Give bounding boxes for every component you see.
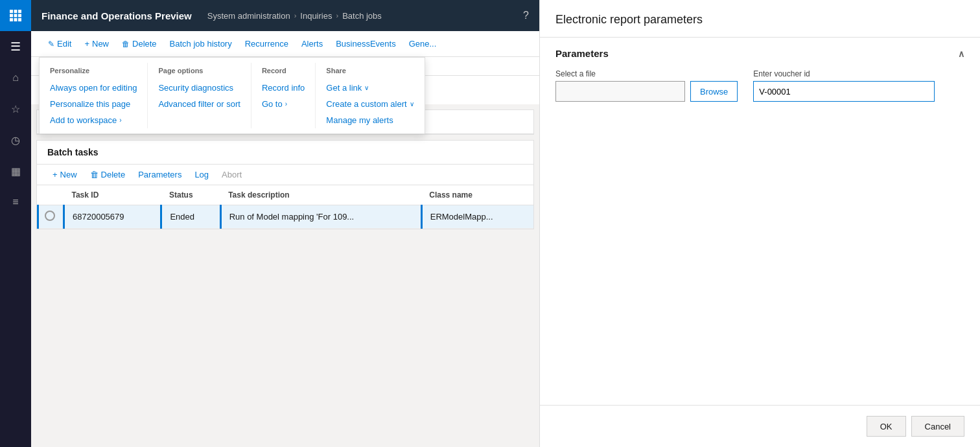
share-title: Share: [326, 63, 414, 80]
manage-my-alerts[interactable]: Manage my alerts: [326, 112, 414, 128]
personalize-page[interactable]: Personalize this page: [50, 96, 137, 112]
tasks-abort-button[interactable]: Abort: [216, 167, 247, 182]
recent-icon[interactable]: ◷: [0, 124, 31, 155]
tasks-table: Task ID Status Task description Class na…: [37, 185, 533, 229]
advanced-filter-sort[interactable]: Advanced filter or sort: [158, 96, 240, 112]
new-button[interactable]: + New: [78, 31, 115, 57]
svg-rect-3: [10, 14, 13, 17]
col-status: Status: [161, 185, 220, 205]
toolbar: ✎ Edit + New 🗑 Delete Batch job history …: [31, 31, 539, 57]
file-input-row: Browse: [555, 81, 738, 102]
tasks-plus-icon: +: [52, 170, 58, 179]
parameters-section: Parameters ∧ Select a file Browse Enter …: [540, 38, 980, 112]
table-row[interactable]: 68720005679 Ended Run of Model mapping '…: [38, 205, 534, 229]
select-file-field: Select a file Browse: [555, 69, 738, 102]
dropdown-menu: Personalize Always open for editing Pers…: [39, 57, 425, 134]
page-options-title: Page options: [158, 63, 240, 80]
add-workspace-chevron: ›: [119, 117, 121, 124]
always-open-editing[interactable]: Always open for editing: [50, 80, 137, 96]
record-column: Record Record info Go to ›: [251, 63, 316, 128]
alerts-button[interactable]: Alerts: [295, 31, 329, 57]
app-title: Finance and Operations Preview: [41, 10, 192, 21]
col-select: [38, 185, 64, 205]
col-description: Task description: [220, 185, 421, 205]
delete-button[interactable]: 🗑 Delete: [115, 31, 163, 57]
right-panel: Electronic report parameters Parameters …: [539, 0, 980, 447]
voucher-id-label: Enter voucher id: [753, 69, 935, 78]
modules-icon[interactable]: ≡: [0, 187, 31, 218]
add-to-workspace[interactable]: Add to workspace ›: [50, 112, 137, 128]
svg-rect-0: [10, 10, 13, 13]
panel-footer: OK Cancel: [540, 405, 980, 447]
tasks-delete-button[interactable]: 🗑 Delete: [85, 167, 131, 182]
security-diagnostics[interactable]: Security diagnostics: [158, 80, 240, 96]
cell-task-id: 68720005679: [64, 205, 161, 229]
voucher-id-field: Enter voucher id: [753, 69, 935, 102]
ok-button[interactable]: OK: [867, 416, 906, 437]
breadcrumb-sep-2: ›: [336, 12, 338, 19]
get-a-link[interactable]: Get a link ∨: [326, 80, 414, 96]
col-class-name: Class name: [421, 185, 533, 205]
edit-icon: ✎: [48, 40, 54, 49]
edit-button[interactable]: ✎ Edit: [41, 31, 78, 57]
batch-tasks-header: Batch tasks: [37, 141, 533, 164]
recurrence-button[interactable]: Recurrence: [239, 31, 295, 57]
col-task-id: Task ID: [64, 185, 161, 205]
tasks-delete-icon: 🗑: [90, 170, 99, 179]
breadcrumb-batch-jobs[interactable]: Batch jobs: [342, 11, 382, 21]
select-file-input[interactable]: [555, 81, 685, 102]
hamburger-icon[interactable]: ☰: [0, 31, 31, 62]
waffle-icon[interactable]: [0, 0, 31, 31]
parameters-section-title: Parameters ∧: [555, 48, 964, 59]
record-title: Record: [262, 63, 305, 80]
svg-rect-4: [14, 14, 18, 17]
cell-description: Run of Model mapping 'For 109...: [220, 205, 421, 229]
workspace-icon[interactable]: ▦: [0, 155, 31, 187]
breadcrumb-sep-1: ›: [294, 12, 297, 19]
record-info[interactable]: Record info: [262, 80, 305, 96]
select-file-label: Select a file: [555, 69, 738, 78]
custom-alert-chevron: ∨: [410, 100, 414, 108]
breadcrumb-system-admin[interactable]: System administration: [207, 11, 290, 21]
delete-icon: 🗑: [122, 40, 130, 49]
go-to-chevron: ›: [285, 100, 287, 108]
topbar: Finance and Operations Preview System ad…: [31, 0, 539, 31]
plus-icon: +: [84, 39, 89, 49]
svg-rect-6: [10, 18, 13, 21]
personalize-column: Personalize Always open for editing Pers…: [40, 63, 148, 128]
home-icon[interactable]: ⌂: [0, 62, 31, 93]
collapse-button[interactable]: ∧: [958, 49, 964, 59]
tasks-parameters-button[interactable]: Parameters: [133, 167, 187, 182]
gene-button[interactable]: Gene...: [402, 31, 443, 57]
favorites-icon[interactable]: ☆: [0, 93, 31, 124]
form-row: Select a file Browse Enter voucher id: [555, 69, 964, 102]
go-to[interactable]: Go to ›: [262, 96, 305, 112]
personalize-title: Personalize: [50, 63, 137, 80]
share-column: Share Get a link ∨ Create a custom alert…: [316, 63, 424, 128]
cancel-button[interactable]: Cancel: [911, 416, 964, 437]
tasks-toolbar: + New 🗑 Delete Parameters Log Abort: [37, 164, 533, 185]
svg-rect-2: [18, 10, 21, 13]
help-icon[interactable]: ?: [523, 10, 529, 21]
svg-rect-5: [18, 14, 21, 17]
get-link-chevron: ∨: [364, 84, 369, 91]
main-area: Finance and Operations Preview System ad…: [31, 0, 539, 447]
cell-status: Ended: [161, 205, 220, 229]
sidebar: ☰ ⌂ ☆ ◷ ▦ ≡: [0, 0, 31, 447]
row-radio[interactable]: [45, 211, 55, 221]
breadcrumb: System administration › Inquiries › Batc…: [207, 11, 382, 21]
business-events-button[interactable]: BusinessEvents: [329, 31, 402, 57]
svg-rect-7: [14, 18, 18, 21]
page-options-column: Page options Security diagnostics Advanc…: [148, 63, 251, 128]
tasks-new-button[interactable]: + New: [47, 167, 82, 182]
browse-button[interactable]: Browse: [690, 81, 738, 102]
voucher-id-input[interactable]: [753, 81, 935, 102]
tasks-log-button[interactable]: Log: [189, 167, 214, 182]
batch-tasks-section: Batch tasks + New 🗑 Delete Parameters Lo…: [36, 140, 534, 229]
batch-job-history-button[interactable]: Batch job history: [163, 31, 239, 57]
svg-rect-1: [14, 10, 18, 13]
breadcrumb-inquiries[interactable]: Inquiries: [300, 11, 332, 21]
svg-rect-8: [18, 18, 21, 21]
create-custom-alert[interactable]: Create a custom alert ∨: [326, 96, 414, 112]
right-panel-title: Electronic report parameters: [540, 0, 980, 38]
